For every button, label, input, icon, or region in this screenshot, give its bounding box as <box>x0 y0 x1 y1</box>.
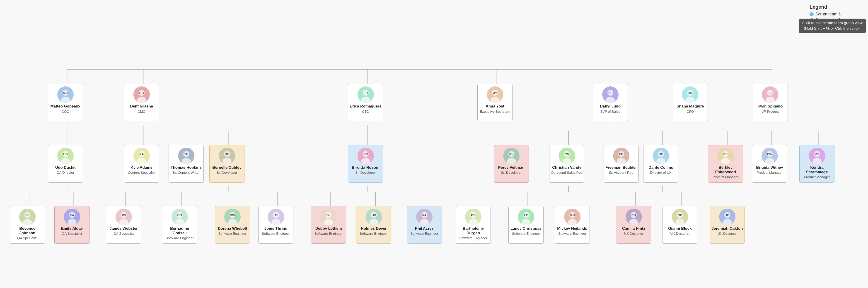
node-jonis[interactable]: JT Jonis Thring Software Engineer <box>258 206 293 243</box>
node-box-brigida[interactable]: BW Brigida Withey Product Manager <box>752 145 787 182</box>
node-box-anna[interactable]: AY Anna Yost Executive Secretary <box>477 84 513 121</box>
node-box-bernadine[interactable]: BG Bernadine Godsell Software Engineer <box>162 206 197 243</box>
avatar-dahyl: DJ <box>602 86 619 103</box>
node-box-camila[interactable]: CH Camila Hintz UX Designer <box>616 206 651 243</box>
node-name-irwin: Irwin Spinello <box>758 104 783 109</box>
svg-text:JW: JW <box>121 213 126 217</box>
node-title-erica: CTO <box>362 110 369 114</box>
node-box-matteo[interactable]: MG Matteo Gobeaux COO <box>48 84 83 121</box>
node-laney[interactable]: LC Laney Christmas Software Engineer <box>508 206 544 243</box>
node-berkley[interactable]: BE Berkley Esherwood Product Manager <box>708 145 743 182</box>
node-box-percy[interactable]: PV Percy Veltman Sr. Developer <box>494 145 529 182</box>
svg-text:MG: MG <box>63 91 68 95</box>
node-box-james[interactable]: JW James Webster QA Specialist <box>106 206 141 243</box>
node-name-ugo: Ugo Duckit <box>55 165 76 170</box>
node-box-emily[interactable]: EA Emily Alday QA Specialist <box>54 206 90 243</box>
node-birgitta[interactable]: BR Birgitta Rosoni Sr. Developer <box>348 145 383 182</box>
node-dante[interactable]: DC Dante Collins Director of UX <box>643 145 678 182</box>
node-title-ugo: QA Director <box>57 171 74 175</box>
node-box-kyle[interactable]: KA Kyle Adams Content Specialist <box>124 145 159 182</box>
node-james[interactable]: JW James Webster QA Specialist <box>106 206 141 243</box>
node-box-shana[interactable]: SM Shana Maguire CFO <box>673 84 708 121</box>
node-bent[interactable]: BG Bent Grasha CMO <box>124 84 159 121</box>
node-name-mickey: Mickey Neilands <box>557 226 587 231</box>
node-shana[interactable]: SM Shana Maguire CFO <box>673 84 708 121</box>
node-box-thomas[interactable]: TH Thomas Hopkins Sr. Content Writer <box>168 145 204 182</box>
node-matteo[interactable]: MG Matteo Gobeaux COO <box>48 84 83 121</box>
avatar-mickey: MN <box>564 209 581 225</box>
node-box-gianni[interactable]: GB Gianni Block UX Designer <box>662 206 698 243</box>
node-bartholemy[interactable]: BD Bartholemy Durgan Software Engineer <box>456 206 491 243</box>
node-jeremiah[interactable]: JO Jeremiah Oakton UX Designer <box>710 206 745 243</box>
node-emily[interactable]: EA Emily Alday QA Specialist <box>54 206 90 243</box>
node-thomas[interactable]: TH Thomas Hopkins Sr. Content Writer <box>168 145 204 182</box>
node-box-ugo[interactable]: UD Ugo Duckit QA Director <box>48 145 83 182</box>
node-box-jonis[interactable]: JT Jonis Thring Software Engineer <box>258 206 293 243</box>
node-title-dahyl: SVP of Sales <box>600 110 620 114</box>
node-gianni[interactable]: GB Gianni Block UX Designer <box>662 206 698 243</box>
node-bernadine[interactable]: BG Bernadine Godsell Software Engineer <box>162 206 197 243</box>
node-beyonce[interactable]: BJ Beyonce Johnson QA Specialist <box>10 206 45 243</box>
node-christian[interactable]: CV Christian Vandy Outbound Sales Rep <box>549 145 584 182</box>
node-box-mickey[interactable]: MN Mickey Neilands Software Engineer <box>555 206 590 243</box>
node-box-berkley[interactable]: BE Berkley Esherwood Product Manager <box>708 145 743 182</box>
node-box-bartholemy[interactable]: BD Bartholemy Durgan Software Engineer <box>456 206 491 243</box>
node-dahyl[interactable]: DJ Dahyl Judd SVP of Sales <box>593 84 628 121</box>
node-box-freeman[interactable]: FB Freeman Beuhler Sr. Account Rep <box>603 145 639 182</box>
node-name-erica: Erica Romaguera <box>350 104 381 109</box>
node-box-debby[interactable]: DL Debby Lethem Software Engineer <box>311 206 346 243</box>
svg-text:MN: MN <box>570 213 575 217</box>
node-holmes[interactable]: HD Holmes Dever Software Engineer <box>356 206 391 243</box>
node-box-jeremiah[interactable]: JO Jeremiah Oakton UX Designer <box>710 206 745 243</box>
node-box-dorena[interactable]: DW Dorena Whebell Software Engineer <box>215 206 250 243</box>
node-name-brigida: Brigida Withey <box>756 165 783 170</box>
node-anna[interactable]: AY Anna Yost Executive Secretary <box>477 84 513 121</box>
svg-text:BC: BC <box>224 152 229 156</box>
node-name-kendra: Kendra Scrammage <box>801 165 833 175</box>
node-camila[interactable]: CH Camila Hintz UX Designer <box>616 206 651 243</box>
node-phil[interactable]: PA Phil Acres Software Engineer <box>407 206 442 243</box>
svg-text:CV: CV <box>565 152 569 156</box>
node-kyle[interactable]: KA Kyle Adams Content Specialist <box>124 145 159 182</box>
node-box-laney[interactable]: LC Laney Christmas Software Engineer <box>508 206 544 243</box>
node-ugo[interactable]: UD Ugo Duckit QA Director <box>48 145 83 182</box>
svg-text:KA: KA <box>140 152 144 156</box>
node-erica[interactable]: ER Erica Romaguera CTO <box>348 84 383 121</box>
node-box-kendra[interactable]: KS Kendra Scrammage Product Manager <box>799 145 834 182</box>
node-bernelle[interactable]: BC Bernelle Cubley Sr. Developer <box>209 145 245 182</box>
node-title-holmes: Software Engineer <box>360 232 388 236</box>
node-name-james: James Webster <box>110 226 137 231</box>
node-title-bartholemy: Software Engineer <box>459 236 487 240</box>
node-name-berkley: Berkley Esherwood <box>710 165 742 175</box>
node-name-beyonce: Beyonce Johnson <box>11 226 43 236</box>
node-box-erica[interactable]: ER Erica Romaguera CTO <box>348 84 383 121</box>
node-name-freeman: Freeman Beuhler <box>606 165 637 170</box>
node-box-irwin[interactable]: IS Irwin Spinello VP Product <box>753 84 788 121</box>
avatar-bent: BG <box>133 86 150 103</box>
tooltip-box[interactable]: Click to see scrum team group view (Hold… <box>799 19 866 33</box>
node-box-dante[interactable]: DC Dante Collins Director of UX <box>643 145 678 182</box>
node-title-emily: QA Specialist <box>62 232 82 236</box>
node-box-beyonce[interactable]: BJ Beyonce Johnson QA Specialist <box>10 206 45 243</box>
node-box-bernelle[interactable]: BC Bernelle Cubley Sr. Developer <box>209 145 245 182</box>
node-box-bent[interactable]: BG Bent Grasha CMO <box>124 84 159 121</box>
node-irwin[interactable]: IS Irwin Spinello VP Product <box>753 84 788 121</box>
node-box-christian[interactable]: CV Christian Vandy Outbound Sales Rep <box>549 145 584 182</box>
node-title-berkley: Product Manager <box>713 175 739 179</box>
avatar-kendra: KS <box>809 148 825 164</box>
node-box-phil[interactable]: PA Phil Acres Software Engineer <box>407 206 442 243</box>
node-title-dorena: Software Engineer <box>218 232 246 236</box>
node-freeman[interactable]: FB Freeman Beuhler Sr. Account Rep <box>603 145 639 182</box>
node-kendra[interactable]: KS Kendra Scrammage Product Manager <box>799 145 834 182</box>
connectors <box>0 0 868 288</box>
node-percy[interactable]: PV Percy Veltman Sr. Developer <box>494 145 529 182</box>
node-brigida[interactable]: BW Brigida Withey Product Manager <box>752 145 787 182</box>
node-debby[interactable]: DL Debby Lethem Software Engineer <box>311 206 346 243</box>
node-dorena[interactable]: DW Dorena Whebell Software Engineer <box>215 206 250 243</box>
node-box-holmes[interactable]: HD Holmes Dever Software Engineer <box>356 206 391 243</box>
node-box-birgitta[interactable]: BR Birgitta Rosoni Sr. Developer <box>348 145 383 182</box>
node-box-dahyl[interactable]: DJ Dahyl Judd SVP of Sales <box>593 84 628 121</box>
svg-text:BW: BW <box>767 152 772 156</box>
node-name-anna: Anna Yost <box>486 104 504 109</box>
node-mickey[interactable]: MN Mickey Neilands Software Engineer <box>555 206 590 243</box>
